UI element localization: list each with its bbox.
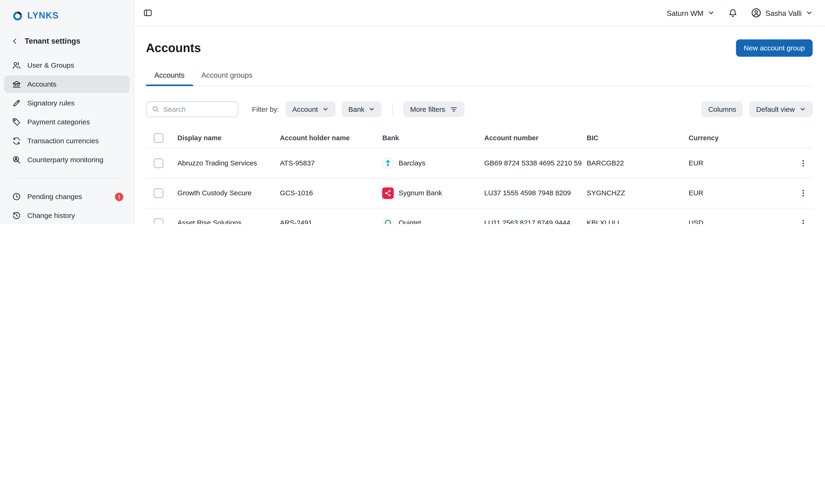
tag-icon (12, 118, 21, 127)
notifications-bell-button[interactable] (727, 7, 739, 19)
col-bank: Bank (382, 128, 484, 148)
sidebar-item-signatory-rules[interactable]: Signatory rules (4, 94, 130, 112)
history-icon (12, 211, 21, 220)
col-currency: Currency (688, 128, 789, 148)
user-name: Sasha Valli (765, 9, 802, 17)
row-actions-kebab-button[interactable] (797, 187, 810, 199)
search-icon (152, 105, 159, 113)
app-window: LYNKS Tenant settings User & Groups Acco… (0, 0, 825, 224)
filter-by-label: Filter by: (252, 105, 279, 113)
cell-bic: KBLXLULL (587, 208, 689, 224)
col-display-name: Display name (177, 128, 280, 148)
sidebar-toggle-button[interactable] (142, 7, 153, 18)
lynks-logo-icon (13, 11, 23, 21)
cell-display-name: Abruzzo Trading Services (177, 148, 280, 178)
clock-icon (12, 192, 21, 201)
chevron-down-icon (322, 106, 328, 113)
default-view-button[interactable]: Default view (749, 101, 813, 117)
tab-account-groups[interactable]: Account groups (193, 66, 261, 86)
cell-holder-name: GCS-1016 (280, 178, 382, 208)
monitor-search-icon (12, 155, 21, 164)
accounts-table: Display name Account holder name Bank Ac… (146, 128, 813, 224)
topbar: Saturn WM Sasha Valli (134, 0, 825, 26)
row-checkbox[interactable] (154, 218, 163, 224)
filter-toolbar: Filter by: Account Bank More filters Col… (146, 101, 813, 117)
back-to-tenant-settings[interactable]: Tenant settings (0, 31, 134, 50)
tab-bar: Accounts Account groups (146, 66, 813, 86)
table-header-row: Display name Account holder name Bank Ac… (146, 128, 813, 148)
sidebar-nav: User & Groups Accounts Signatory rules P… (0, 57, 134, 224)
col-bic: BIC (587, 128, 689, 148)
user-menu[interactable]: Sasha Valli (751, 8, 813, 18)
cell-account-number: LU37 1555 4598 7948 8209 (484, 178, 587, 208)
pen-icon (12, 99, 21, 107)
sidebar-item-transaction-currencies[interactable]: Transaction currencies (4, 132, 130, 150)
table-row[interactable]: Abruzzo Trading Services ATS-95837 Barcl… (146, 148, 813, 178)
cell-bank-name: Sygnum Bank (398, 189, 442, 197)
brand-name: LYNKS (27, 10, 59, 21)
cell-bank-name: Barclays (398, 159, 425, 167)
page-title: Accounts (146, 41, 201, 55)
sidebar-item-users-groups[interactable]: User & Groups (4, 57, 130, 74)
row-checkbox[interactable] (154, 188, 163, 198)
account-filter-chip[interactable]: Account (285, 101, 335, 117)
sidebar: LYNKS Tenant settings User & Groups Acco… (0, 0, 134, 224)
cell-display-name: Asset Rise Solutions (177, 208, 280, 224)
sidebar-item-pending-changes[interactable]: Pending changes ! (4, 188, 130, 205)
tab-accounts[interactable]: Accounts (146, 66, 193, 86)
avatar-icon (751, 8, 761, 18)
cell-display-name: Growth Custody Secure (177, 178, 280, 208)
pending-changes-badge: ! (115, 193, 124, 201)
sidebar-item-counterparty-monitoring[interactable]: Counterparty monitoring (4, 151, 130, 168)
users-icon (12, 61, 21, 70)
sidebar-item-payment-categories[interactable]: Payment categories (4, 114, 130, 131)
sidebar-item-accounts[interactable]: Accounts (4, 76, 130, 93)
cell-currency: EUR (688, 148, 789, 178)
select-all-checkbox[interactable] (154, 133, 163, 143)
cell-currency: USD (688, 208, 789, 224)
cell-bic: SYGNCHZZ (587, 178, 689, 208)
col-holder-name: Account holder name (280, 128, 382, 148)
cell-currency: EUR (688, 178, 789, 208)
bank-filter-chip[interactable]: Bank (342, 101, 382, 117)
sidebar-item-change-history[interactable]: Change history (4, 207, 130, 224)
chevron-left-icon (11, 37, 19, 45)
chevron-down-icon (800, 106, 806, 113)
bank-logo-icon (382, 217, 394, 224)
cell-bic: BARCGB22 (587, 148, 689, 178)
row-actions-kebab-button[interactable] (797, 157, 810, 169)
chevron-down-icon (369, 106, 375, 113)
cell-holder-name: ARS-2491 (280, 208, 382, 224)
bank-icon (12, 80, 21, 89)
chevron-down-icon (806, 10, 813, 16)
table-body: Abruzzo Trading Services ATS-95837 Barcl… (146, 148, 813, 224)
exchange-icon (12, 137, 21, 145)
toolbar-divider (392, 102, 393, 116)
cell-account-number: GB69 8724 5338 4695 2210 59 (484, 148, 587, 178)
row-checkbox[interactable] (154, 158, 163, 168)
bank-logo-icon (382, 157, 394, 169)
filter-icon (450, 105, 458, 113)
table-row[interactable]: Growth Custody Secure GCS-1016 Sygnum Ba… (146, 178, 813, 208)
cell-bank-name: Quintet (398, 219, 421, 224)
cell-holder-name: ATS-95837 (280, 148, 382, 178)
more-filters-button[interactable]: More filters (403, 101, 465, 117)
main-area: Saturn WM Sasha Valli Accounts New accou… (134, 0, 825, 224)
brand-logo: LYNKS (0, 7, 134, 32)
search-box[interactable] (146, 101, 238, 117)
cell-account-number: LU11 2563 8217 8749 9444 (484, 208, 587, 224)
table-row[interactable]: Asset Rise Solutions ARS-2491 Quintet LU… (146, 208, 813, 224)
workspace-selector[interactable]: Saturn WM (667, 9, 715, 17)
bank-logo-icon (382, 187, 394, 199)
search-input[interactable] (163, 105, 233, 113)
sidebar-divider (13, 178, 121, 178)
col-account-number: Account number (484, 128, 587, 148)
row-actions-kebab-button[interactable] (797, 217, 810, 224)
columns-button[interactable]: Columns (701, 101, 743, 117)
chevron-down-icon (707, 10, 715, 16)
new-account-group-button[interactable]: New account group (736, 40, 813, 57)
content: Accounts New account group Accounts Acco… (134, 26, 825, 224)
